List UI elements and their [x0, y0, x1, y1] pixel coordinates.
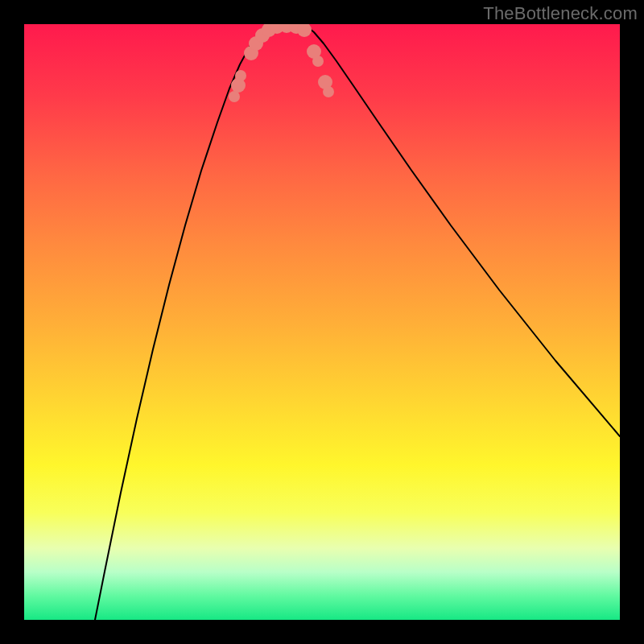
marker-dot [323, 86, 334, 97]
chart-svg [24, 24, 620, 620]
marker-dot [312, 56, 324, 67]
marker-dot [235, 70, 246, 81]
plot-area [24, 24, 620, 620]
series-curve-right [306, 26, 620, 436]
marker-layer [229, 24, 334, 102]
outer-frame: TheBottleneck.com [0, 0, 644, 644]
curve-layer [95, 25, 620, 620]
marker-dot [297, 24, 312, 37]
marker-dot [229, 91, 240, 102]
watermark-text: TheBottleneck.com [483, 3, 638, 24]
series-curve-left [95, 26, 269, 620]
